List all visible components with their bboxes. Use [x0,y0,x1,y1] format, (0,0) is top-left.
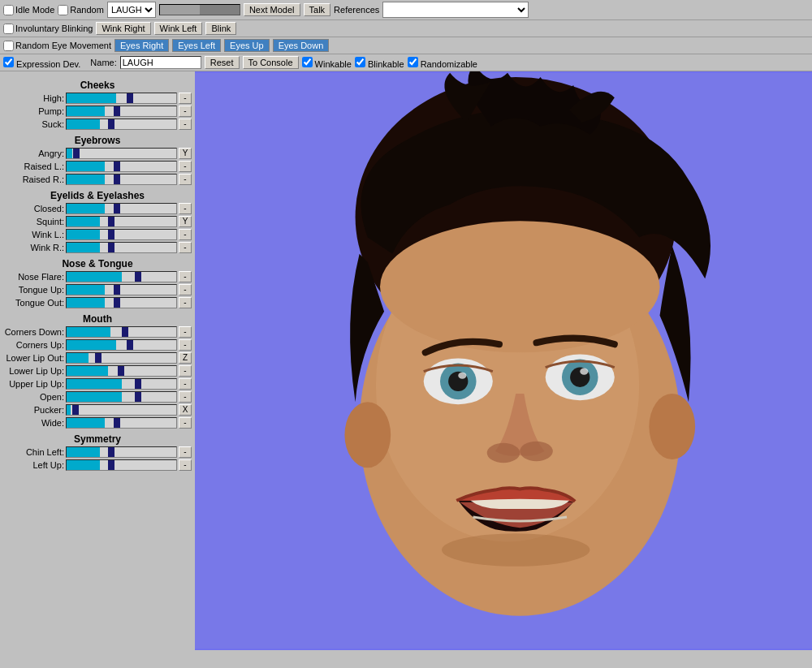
randomizable-checkbox[interactable] [408,57,418,67]
slider-track[interactable] [66,174,177,185]
random-checkbox[interactable] [58,5,68,15]
expr-dev-label[interactable]: Expression Dev. [3,57,80,69]
slider-track[interactable] [66,229,177,240]
blinkable-checkbox[interactable] [355,57,365,67]
next-model-button[interactable]: Next Model [244,3,300,16]
slider-action-btn[interactable]: - [179,229,192,240]
slider-thumb[interactable] [72,405,79,415]
to-console-button[interactable]: To Console [243,56,299,69]
slider-thumb[interactable] [114,285,120,295]
slider-action-btn[interactable]: - [179,119,192,130]
name-input[interactable] [120,56,201,69]
eyes-up-button[interactable]: Eyes Up [224,39,270,52]
slider-action-btn[interactable]: - [179,459,192,471]
references-select[interactable] [382,2,529,18]
slider-thumb[interactable] [135,379,141,389]
blink-button[interactable]: Blink [205,22,236,35]
slider-thumb[interactable] [108,460,114,470]
slider-action-btn[interactable]: - [179,365,192,377]
slider-action-btn[interactable]: - [179,93,192,104]
slider-action-btn[interactable]: - [179,106,192,117]
slider-action-btn[interactable]: - [179,203,192,214]
slider-track[interactable] [66,271,177,282]
slider-action-btn[interactable]: - [179,271,192,282]
slider-track[interactable] [66,352,177,364]
slider-track[interactable] [66,339,177,351]
slider-thumb[interactable] [108,230,114,239]
random-eye-label[interactable]: Random Eye Movement [3,41,111,51]
idle-mode-checkbox[interactable] [3,5,14,15]
slider-action-btn[interactable]: - [179,161,192,172]
winkable-checkbox[interactable] [302,57,313,67]
slider-action-btn[interactable]: X [179,404,192,416]
slider-thumb[interactable] [118,366,124,376]
slider-thumb[interactable] [114,418,120,428]
slider-thumb[interactable] [108,447,114,457]
slider-action-btn[interactable]: Y [179,148,192,159]
slider-track[interactable] [66,404,177,416]
slider-track[interactable] [66,242,177,253]
slider-track[interactable] [66,459,177,471]
expression-select[interactable]: LAUGH [107,2,156,18]
slider-track[interactable] [66,284,177,295]
slider-action-btn[interactable]: Z [179,352,192,364]
slider-action-btn[interactable]: - [179,378,192,390]
slider-track[interactable] [66,148,177,159]
expr-dev-checkbox[interactable] [3,57,14,67]
slider-thumb[interactable] [114,175,120,184]
slider-row: Closed:- [3,203,192,214]
eyes-right-button[interactable]: Eyes Right [114,39,169,52]
slider-track[interactable] [66,446,177,458]
slider-track[interactable] [66,391,177,403]
slider-thumb[interactable] [114,298,120,308]
slider-track[interactable] [66,378,177,390]
slider-action-btn[interactable]: - [179,326,192,338]
slider-thumb[interactable] [135,272,141,282]
slider-track[interactable] [66,216,177,227]
slider-track[interactable] [66,161,177,172]
wink-right-button[interactable]: Wink Right [96,22,150,35]
random-label[interactable]: Random [58,5,104,15]
slider-action-btn[interactable]: - [179,297,192,308]
slider-track[interactable] [66,417,177,429]
slider-track[interactable] [66,203,177,214]
slider-action-btn[interactable]: - [179,446,192,458]
slider-action-btn[interactable]: - [179,242,192,253]
slider-track[interactable] [66,297,177,308]
talk-button[interactable]: Talk [304,3,331,16]
slider-thumb[interactable] [73,149,80,158]
slider-track[interactable] [66,365,177,377]
slider-track[interactable] [66,326,177,338]
idle-mode-label[interactable]: Idle Mode [3,5,54,15]
eyes-down-button[interactable]: Eyes Down [273,39,330,52]
slider-thumb[interactable] [127,340,133,350]
slider-track[interactable] [66,93,177,104]
slider-thumb[interactable] [108,119,114,129]
slider-thumb[interactable] [108,243,114,252]
slider-action-btn[interactable]: - [179,284,192,295]
slider-thumb[interactable] [95,353,102,363]
involuntary-blinking-checkbox[interactable] [3,24,14,34]
winkable-label[interactable]: Winkable [302,57,352,69]
slider-thumb[interactable] [127,93,133,103]
randomizable-label[interactable]: Randomizable [408,57,477,69]
involuntary-blinking-label[interactable]: Involuntary Blinking [3,24,93,34]
slider-track[interactable] [66,106,177,117]
slider-action-btn[interactable]: - [179,339,192,351]
slider-thumb[interactable] [114,106,120,116]
slider-thumb[interactable] [108,217,114,226]
eyes-left-button[interactable]: Eyes Left [172,39,221,52]
slider-thumb[interactable] [135,392,141,402]
blinkable-label[interactable]: Blinkable [355,57,404,69]
slider-action-btn[interactable]: - [179,391,192,403]
slider-action-btn[interactable]: - [179,174,192,185]
slider-action-btn[interactable]: - [179,417,192,429]
slider-action-btn[interactable]: Y [179,216,192,227]
random-eye-checkbox[interactable] [3,41,14,51]
slider-thumb[interactable] [122,327,128,337]
wink-left-button[interactable]: Wink Left [154,22,203,35]
reset-button[interactable]: Reset [205,56,240,69]
slider-thumb[interactable] [114,204,120,213]
slider-thumb[interactable] [114,162,120,171]
slider-track[interactable] [66,119,177,130]
